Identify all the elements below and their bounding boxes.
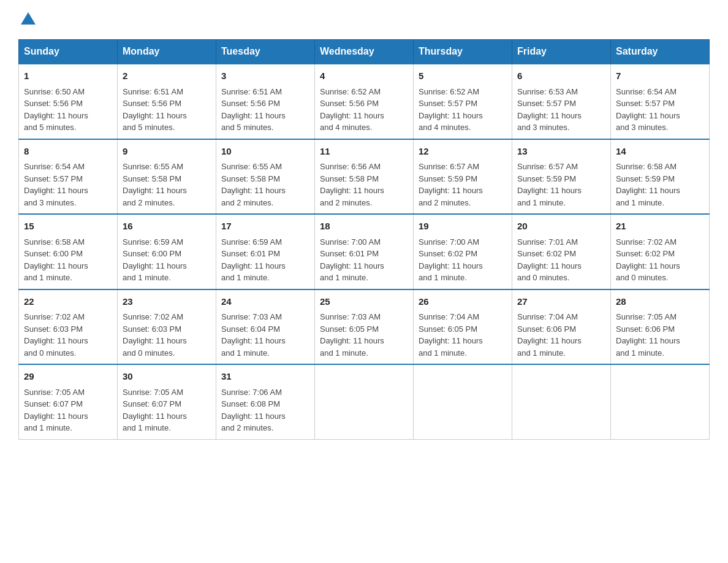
day-number: 7 xyxy=(616,69,704,83)
day-number: 23 xyxy=(123,295,211,309)
day-number: 16 xyxy=(123,220,211,234)
day-info: Sunrise: 6:59 AMSunset: 6:01 PMDaylight:… xyxy=(221,237,286,283)
day-info: Sunrise: 6:55 AMSunset: 5:58 PMDaylight:… xyxy=(221,162,286,207)
table-row: 8 Sunrise: 6:54 AMSunset: 5:57 PMDayligh… xyxy=(19,139,118,215)
day-number: 3 xyxy=(221,69,309,83)
table-row: 9 Sunrise: 6:55 AMSunset: 5:58 PMDayligh… xyxy=(118,139,216,215)
day-info: Sunrise: 6:55 AMSunset: 5:58 PMDaylight:… xyxy=(123,162,187,207)
logo-triangle-icon xyxy=(21,12,36,25)
week-row-5: 29 Sunrise: 7:05 AMSunset: 6:07 PMDaylig… xyxy=(19,364,710,439)
day-number: 20 xyxy=(517,220,605,234)
table-row xyxy=(512,364,611,439)
day-number: 19 xyxy=(419,220,507,234)
table-row: 10 Sunrise: 6:55 AMSunset: 5:58 PMDaylig… xyxy=(216,139,315,215)
day-number: 11 xyxy=(320,145,408,159)
day-number: 28 xyxy=(616,295,704,309)
table-row: 18 Sunrise: 7:00 AMSunset: 6:01 PMDaylig… xyxy=(315,214,414,289)
day-info: Sunrise: 7:05 AMSunset: 6:07 PMDaylight:… xyxy=(24,388,88,433)
table-row: 5 Sunrise: 6:52 AMSunset: 5:57 PMDayligh… xyxy=(414,64,512,139)
header-row: SundayMondayTuesdayWednesdayThursdayFrid… xyxy=(19,40,710,64)
day-number: 22 xyxy=(24,295,112,309)
table-row: 7 Sunrise: 6:54 AMSunset: 5:57 PMDayligh… xyxy=(611,64,710,139)
table-row: 1 Sunrise: 6:50 AMSunset: 5:56 PMDayligh… xyxy=(19,64,118,139)
day-info: Sunrise: 6:50 AMSunset: 5:56 PMDaylight:… xyxy=(24,87,88,132)
table-row: 23 Sunrise: 7:02 AMSunset: 6:03 PMDaylig… xyxy=(118,289,216,365)
table-row: 26 Sunrise: 7:04 AMSunset: 6:05 PMDaylig… xyxy=(414,289,512,365)
week-row-1: 1 Sunrise: 6:50 AMSunset: 5:56 PMDayligh… xyxy=(19,64,710,139)
header-sunday: Sunday xyxy=(19,40,118,64)
day-number: 15 xyxy=(24,220,112,234)
logo xyxy=(18,12,36,27)
day-info: Sunrise: 7:02 AMSunset: 6:02 PMDaylight:… xyxy=(616,237,680,283)
table-row: 3 Sunrise: 6:51 AMSunset: 5:56 PMDayligh… xyxy=(216,64,315,139)
day-number: 30 xyxy=(123,370,211,384)
day-number: 9 xyxy=(123,145,211,159)
week-row-2: 8 Sunrise: 6:54 AMSunset: 5:57 PMDayligh… xyxy=(19,139,710,215)
table-row: 24 Sunrise: 7:03 AMSunset: 6:04 PMDaylig… xyxy=(216,289,315,365)
day-info: Sunrise: 7:03 AMSunset: 6:05 PMDaylight:… xyxy=(320,312,384,358)
table-row xyxy=(414,364,512,439)
day-info: Sunrise: 7:04 AMSunset: 6:05 PMDaylight:… xyxy=(419,312,483,358)
day-number: 14 xyxy=(616,145,704,159)
header-saturday: Saturday xyxy=(611,40,710,64)
day-number: 5 xyxy=(419,69,507,83)
table-row: 29 Sunrise: 7:05 AMSunset: 6:07 PMDaylig… xyxy=(19,364,118,439)
day-number: 2 xyxy=(123,69,211,83)
header-friday: Friday xyxy=(512,40,611,64)
day-number: 13 xyxy=(517,145,605,159)
table-row: 17 Sunrise: 6:59 AMSunset: 6:01 PMDaylig… xyxy=(216,214,315,289)
table-row: 28 Sunrise: 7:05 AMSunset: 6:06 PMDaylig… xyxy=(611,289,710,365)
day-info: Sunrise: 6:57 AMSunset: 5:59 PMDaylight:… xyxy=(517,162,582,207)
calendar-table: SundayMondayTuesdayWednesdayThursdayFrid… xyxy=(18,39,710,440)
day-number: 8 xyxy=(24,145,112,159)
table-row: 30 Sunrise: 7:05 AMSunset: 6:07 PMDaylig… xyxy=(118,364,216,439)
day-info: Sunrise: 7:00 AMSunset: 6:01 PMDaylight:… xyxy=(320,237,384,283)
day-number: 4 xyxy=(320,69,408,83)
day-number: 27 xyxy=(517,295,605,309)
header-monday: Monday xyxy=(118,40,216,64)
table-row: 13 Sunrise: 6:57 AMSunset: 5:59 PMDaylig… xyxy=(512,139,611,215)
table-row: 6 Sunrise: 6:53 AMSunset: 5:57 PMDayligh… xyxy=(512,64,611,139)
header-tuesday: Tuesday xyxy=(216,40,315,64)
table-row: 11 Sunrise: 6:56 AMSunset: 5:58 PMDaylig… xyxy=(315,139,414,215)
week-row-3: 15 Sunrise: 6:58 AMSunset: 6:00 PMDaylig… xyxy=(19,214,710,289)
day-info: Sunrise: 7:02 AMSunset: 6:03 PMDaylight:… xyxy=(24,312,88,358)
table-row: 19 Sunrise: 7:00 AMSunset: 6:02 PMDaylig… xyxy=(414,214,512,289)
day-info: Sunrise: 6:51 AMSunset: 5:56 PMDaylight:… xyxy=(123,87,187,132)
table-row: 31 Sunrise: 7:06 AMSunset: 6:08 PMDaylig… xyxy=(216,364,315,439)
day-info: Sunrise: 6:53 AMSunset: 5:57 PMDaylight:… xyxy=(517,87,582,132)
week-row-4: 22 Sunrise: 7:02 AMSunset: 6:03 PMDaylig… xyxy=(19,289,710,365)
day-info: Sunrise: 6:57 AMSunset: 5:59 PMDaylight:… xyxy=(419,162,483,207)
day-info: Sunrise: 7:02 AMSunset: 6:03 PMDaylight:… xyxy=(123,312,187,358)
day-info: Sunrise: 6:52 AMSunset: 5:57 PMDaylight:… xyxy=(419,87,483,132)
day-number: 17 xyxy=(221,220,309,234)
day-info: Sunrise: 7:01 AMSunset: 6:02 PMDaylight:… xyxy=(517,237,582,283)
day-info: Sunrise: 6:54 AMSunset: 5:57 PMDaylight:… xyxy=(24,162,88,207)
day-number: 1 xyxy=(24,69,112,83)
day-number: 24 xyxy=(221,295,309,309)
day-info: Sunrise: 6:54 AMSunset: 5:57 PMDaylight:… xyxy=(616,87,680,132)
day-info: Sunrise: 6:51 AMSunset: 5:56 PMDaylight:… xyxy=(221,87,286,132)
table-row: 2 Sunrise: 6:51 AMSunset: 5:56 PMDayligh… xyxy=(118,64,216,139)
table-row: 14 Sunrise: 6:58 AMSunset: 5:59 PMDaylig… xyxy=(611,139,710,215)
table-row: 25 Sunrise: 7:03 AMSunset: 6:05 PMDaylig… xyxy=(315,289,414,365)
day-info: Sunrise: 7:05 AMSunset: 6:06 PMDaylight:… xyxy=(616,312,680,358)
day-info: Sunrise: 6:59 AMSunset: 6:00 PMDaylight:… xyxy=(123,237,187,283)
day-number: 26 xyxy=(419,295,507,309)
table-row xyxy=(611,364,710,439)
table-row: 16 Sunrise: 6:59 AMSunset: 6:00 PMDaylig… xyxy=(118,214,216,289)
table-row: 27 Sunrise: 7:04 AMSunset: 6:06 PMDaylig… xyxy=(512,289,611,365)
table-row: 21 Sunrise: 7:02 AMSunset: 6:02 PMDaylig… xyxy=(611,214,710,289)
day-number: 21 xyxy=(616,220,704,234)
table-row: 20 Sunrise: 7:01 AMSunset: 6:02 PMDaylig… xyxy=(512,214,611,289)
day-number: 29 xyxy=(24,370,112,384)
day-number: 25 xyxy=(320,295,408,309)
day-info: Sunrise: 6:58 AMSunset: 6:00 PMDaylight:… xyxy=(24,237,88,283)
header xyxy=(18,12,710,27)
day-info: Sunrise: 6:56 AMSunset: 5:58 PMDaylight:… xyxy=(320,162,384,207)
table-row: 22 Sunrise: 7:02 AMSunset: 6:03 PMDaylig… xyxy=(19,289,118,365)
day-info: Sunrise: 6:58 AMSunset: 5:59 PMDaylight:… xyxy=(616,162,680,207)
day-info: Sunrise: 6:52 AMSunset: 5:56 PMDaylight:… xyxy=(320,87,384,132)
calendar-header: SundayMondayTuesdayWednesdayThursdayFrid… xyxy=(19,40,710,64)
day-number: 10 xyxy=(221,145,309,159)
